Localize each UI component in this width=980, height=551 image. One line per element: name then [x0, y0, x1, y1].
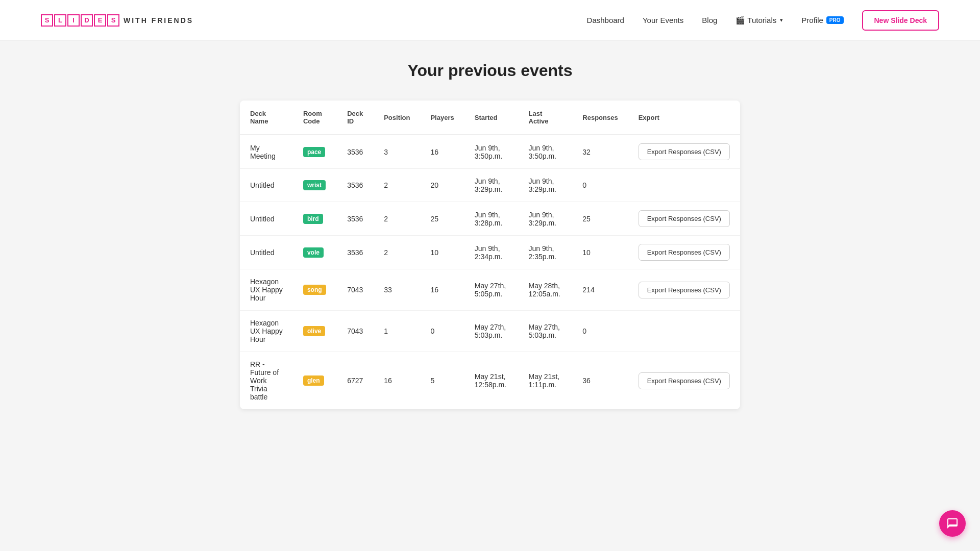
logo-text: WITH FRIENDS: [124, 16, 193, 24]
cell-export: Export Responses (CSV): [628, 269, 740, 311]
room-code-badge: bird: [303, 214, 323, 224]
chat-fab-button[interactable]: [939, 510, 966, 537]
cell-export: [628, 169, 740, 202]
navbar: S L I D E S WITH FRIENDS Dashboard Your …: [0, 0, 980, 41]
cell-responses: 10: [572, 236, 628, 269]
cell-started: May 21st, 12:58p.m.: [464, 352, 519, 410]
cell-room-code: olive: [293, 311, 337, 352]
new-slide-deck-button[interactable]: New Slide Deck: [862, 10, 940, 31]
cell-started: Jun 9th, 3:28p.m.: [464, 202, 519, 236]
col-export: Export: [628, 101, 740, 135]
table-row: Untitled wrist 3536 2 20 Jun 9th, 3:29p.…: [240, 169, 740, 202]
cell-room-code: song: [293, 269, 337, 311]
col-players: Players: [420, 101, 464, 135]
export-csv-button[interactable]: Export Responses (CSV): [639, 244, 730, 261]
col-last-active: Last Active: [519, 101, 573, 135]
cell-responses: 32: [572, 135, 628, 169]
nav-links: Dashboard Your Events Blog 🎬 Tutorials ▾…: [587, 10, 939, 31]
logo-letter-s: S: [41, 14, 53, 27]
col-position: Position: [374, 101, 420, 135]
profile-label: Profile: [801, 16, 823, 24]
cell-started: May 27th, 5:03p.m.: [464, 311, 519, 352]
col-started: Started: [464, 101, 519, 135]
cell-responses: 36: [572, 352, 628, 410]
cell-responses: 214: [572, 269, 628, 311]
cell-started: Jun 9th, 2:34p.m.: [464, 236, 519, 269]
tutorials-icon: 🎬: [736, 16, 745, 25]
table-row: Untitled vole 3536 2 10 Jun 9th, 2:34p.m…: [240, 236, 740, 269]
cell-room-code: pace: [293, 135, 337, 169]
export-csv-button[interactable]: Export Responses (CSV): [639, 282, 730, 298]
room-code-badge: glen: [303, 375, 324, 386]
cell-started: May 27th, 5:05p.m.: [464, 269, 519, 311]
cell-responses: 0: [572, 311, 628, 352]
table-header: Deck Name Room Code Deck ID Position Pla…: [240, 101, 740, 135]
main-content: Your previous events Deck Name Room Code…: [0, 41, 980, 551]
cell-export: Export Responses (CSV): [628, 236, 740, 269]
col-room-code: Room Code: [293, 101, 337, 135]
cell-deck-name: Hexagon UX Happy Hour: [240, 269, 293, 311]
cell-last-active: Jun 9th, 3:50p.m.: [519, 135, 573, 169]
cell-deck-id: 3536: [337, 202, 374, 236]
logo-letter-i: I: [67, 14, 80, 27]
cell-players: 16: [420, 135, 464, 169]
cell-deck-name: Hexagon UX Happy Hour: [240, 311, 293, 352]
export-csv-button[interactable]: Export Responses (CSV): [639, 372, 730, 389]
cell-deck-name: Untitled: [240, 236, 293, 269]
room-code-badge: vole: [303, 247, 324, 258]
col-responses: Responses: [572, 101, 628, 135]
cell-position: 1: [374, 311, 420, 352]
cell-players: 20: [420, 169, 464, 202]
room-code-badge: pace: [303, 147, 325, 157]
cell-last-active: May 27th, 5:03p.m.: [519, 311, 573, 352]
cell-last-active: Jun 9th, 3:29p.m.: [519, 169, 573, 202]
cell-last-active: Jun 9th, 2:35p.m.: [519, 236, 573, 269]
cell-deck-id: 3536: [337, 169, 374, 202]
events-table-container: Deck Name Room Code Deck ID Position Pla…: [240, 101, 740, 409]
table-row: Untitled bird 3536 2 25 Jun 9th, 3:28p.m…: [240, 202, 740, 236]
cell-room-code: wrist: [293, 169, 337, 202]
export-csv-button[interactable]: Export Responses (CSV): [639, 210, 730, 227]
cell-export: Export Responses (CSV): [628, 352, 740, 410]
cell-last-active: May 21st, 1:11p.m.: [519, 352, 573, 410]
cell-position: 2: [374, 202, 420, 236]
cell-deck-name: My Meeting: [240, 135, 293, 169]
cell-position: 33: [374, 269, 420, 311]
cell-last-active: Jun 9th, 3:29p.m.: [519, 202, 573, 236]
dashboard-link[interactable]: Dashboard: [587, 16, 624, 24]
cell-deck-id: 3536: [337, 236, 374, 269]
your-events-link[interactable]: Your Events: [643, 16, 683, 24]
cell-players: 10: [420, 236, 464, 269]
table-row: My Meeting pace 3536 3 16 Jun 9th, 3:50p…: [240, 135, 740, 169]
tutorials-label: Tutorials: [747, 16, 776, 24]
pro-badge: PRO: [826, 16, 844, 24]
cell-last-active: May 28th, 12:05a.m.: [519, 269, 573, 311]
tutorials-link[interactable]: 🎬 Tutorials ▾: [736, 16, 783, 25]
room-code-badge: song: [303, 285, 326, 295]
cell-started: Jun 9th, 3:29p.m.: [464, 169, 519, 202]
room-code-badge: olive: [303, 326, 325, 336]
cell-export: Export Responses (CSV): [628, 135, 740, 169]
table-body: My Meeting pace 3536 3 16 Jun 9th, 3:50p…: [240, 135, 740, 409]
cell-started: Jun 9th, 3:50p.m.: [464, 135, 519, 169]
cell-deck-name: RR - Future of Work Trivia battle: [240, 352, 293, 410]
logo[interactable]: S L I D E S WITH FRIENDS: [41, 14, 193, 27]
export-csv-button[interactable]: Export Responses (CSV): [639, 143, 730, 160]
cell-deck-id: 3536: [337, 135, 374, 169]
logo-letter-d: D: [81, 14, 93, 27]
table-row: Hexagon UX Happy Hour olive 7043 1 0 May…: [240, 311, 740, 352]
cell-deck-name: Untitled: [240, 202, 293, 236]
logo-letter-s2: S: [107, 14, 119, 27]
cell-players: 0: [420, 311, 464, 352]
cell-room-code: vole: [293, 236, 337, 269]
col-deck-name: Deck Name: [240, 101, 293, 135]
cell-position: 16: [374, 352, 420, 410]
profile-link[interactable]: Profile PRO: [801, 16, 843, 24]
cell-room-code: glen: [293, 352, 337, 410]
cell-responses: 25: [572, 202, 628, 236]
logo-boxes: S L I D E S: [41, 14, 119, 27]
cell-room-code: bird: [293, 202, 337, 236]
blog-link[interactable]: Blog: [702, 16, 717, 24]
logo-letter-e: E: [94, 14, 106, 27]
cell-position: 2: [374, 169, 420, 202]
